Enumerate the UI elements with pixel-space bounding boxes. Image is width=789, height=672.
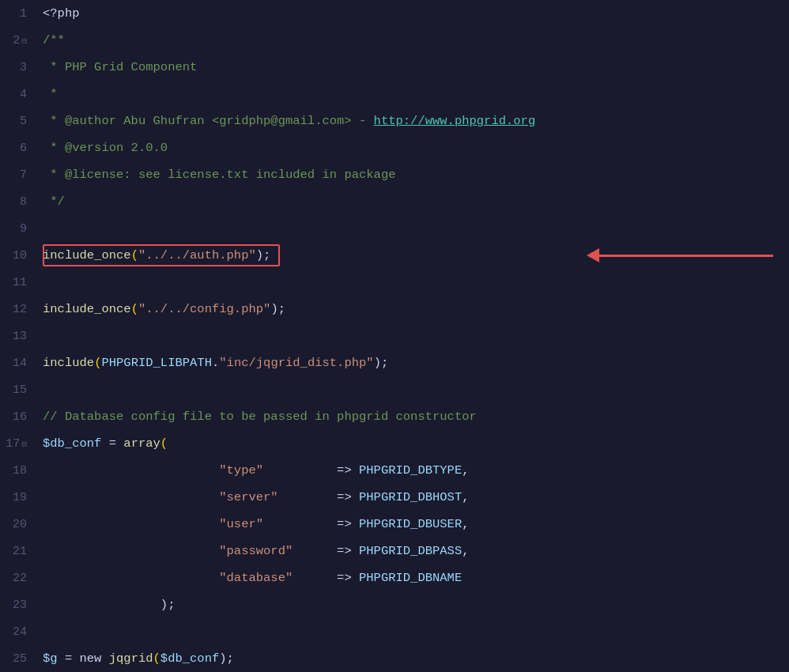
line-number: 25: [0, 652, 38, 666]
line-number: 17⊟: [0, 437, 38, 451]
code-line-2: 2⊟/**: [0, 27, 789, 54]
line-number: 11: [0, 276, 38, 289]
code-line-7: 7 * @license: see license.txt included i…: [0, 161, 789, 188]
line-content: "database" => PHPGRID_DBNAME: [38, 571, 789, 585]
line-content: [38, 275, 789, 289]
line-content: include(PHPGRID_LIBPATH."inc/jqgrid_dist…: [38, 356, 789, 370]
line-number: 8: [0, 195, 38, 209]
code-line-23: 23 );: [0, 591, 789, 618]
line-number: 15: [0, 383, 38, 397]
line-content: [38, 383, 789, 397]
code-line-18: 18 "type" => PHPGRID_DBTYPE,: [0, 457, 789, 484]
arrow-line: [599, 255, 773, 257]
line-content: * @version 2.0.0: [38, 141, 789, 155]
line-content: [38, 329, 789, 343]
line-content: /**: [38, 33, 789, 47]
code-line-12: 12include_once("../../config.php");: [0, 296, 789, 323]
code-line-5: 5 * @author Abu Ghufran <gridphp@gmail.c…: [0, 108, 789, 134]
line-number: 18: [0, 464, 38, 478]
line-number: 9: [0, 222, 38, 236]
line-number: 4: [0, 88, 38, 101]
line-content: * @author Abu Ghufran <gridphp@gmail.com…: [38, 114, 789, 128]
line-content: include_once("../../config.php");: [38, 302, 789, 316]
line-number: 22: [0, 572, 38, 585]
code-line-1: 1<?php: [0, 0, 789, 27]
line-number: 6: [0, 142, 38, 155]
code-line-16: 16// Database config file to be passed i…: [0, 403, 789, 430]
code-line-19: 19 "server" => PHPGRID_DBHOST,: [0, 484, 789, 511]
line-number: 5: [0, 115, 38, 128]
line-number: 1: [0, 7, 38, 21]
line-content: * PHP Grid Component: [38, 60, 789, 74]
line-content: */: [38, 194, 789, 209]
line-number: 12: [0, 303, 38, 316]
code-line-25: 25$g = new jqgrid($db_conf);: [0, 645, 789, 672]
code-editor: 1<?php2⊟/**3 * PHP Grid Component4 *5 * …: [0, 0, 789, 672]
line-content: $g = new jqgrid($db_conf);: [38, 651, 789, 666]
line-number: 16: [0, 410, 38, 424]
line-number: 24: [0, 625, 38, 639]
line-content: <?php: [38, 6, 789, 21]
line-content: * @license: see license.txt included in …: [38, 168, 789, 182]
code-line-24: 24: [0, 618, 789, 645]
line-content: $db_conf = array(: [38, 436, 789, 451]
line-content: "type" => PHPGRID_DBTYPE,: [38, 463, 789, 478]
line-number: 23: [0, 598, 38, 612]
code-container: 1<?php2⊟/**3 * PHP Grid Component4 *5 * …: [0, 0, 789, 672]
code-line-8: 8 */: [0, 188, 789, 215]
code-line-15: 15: [0, 376, 789, 403]
line-content: *: [38, 87, 789, 101]
line-number: 3: [0, 61, 38, 74]
line-number: 21: [0, 545, 38, 558]
code-line-22: 22 "database" => PHPGRID_DBNAME: [0, 564, 789, 591]
line-number: 14: [0, 357, 38, 370]
line-number: 7: [0, 168, 38, 182]
arrow-head-icon: [587, 248, 599, 262]
line-content: "server" => PHPGRID_DBHOST,: [38, 490, 789, 504]
code-line-14: 14include(PHPGRID_LIBPATH."inc/jqgrid_di…: [0, 349, 789, 376]
code-line-21: 21 "password" => PHPGRID_DBPASS,: [0, 538, 789, 564]
code-line-4: 4 *: [0, 81, 789, 108]
code-line-20: 20 "user" => PHPGRID_DBUSER,: [0, 511, 789, 538]
code-line-9: 9: [0, 215, 789, 242]
code-line-10: 10include_once("../../auth.php");: [0, 242, 789, 269]
line-number: 2⊟: [0, 34, 38, 47]
code-line-11: 11: [0, 269, 789, 296]
code-line-17: 17⊟$db_conf = array(: [0, 430, 789, 457]
code-line-3: 3 * PHP Grid Component: [0, 54, 789, 81]
code-line-6: 6 * @version 2.0.0: [0, 134, 789, 161]
line-content: // Database config file to be passed in …: [38, 410, 789, 424]
line-number: 13: [0, 330, 38, 343]
line-content: );: [38, 598, 789, 612]
line-number: 20: [0, 518, 38, 531]
line-content: [38, 221, 789, 236]
line-content: "user" => PHPGRID_DBUSER,: [38, 517, 789, 531]
line-content: "password" => PHPGRID_DBPASS,: [38, 544, 789, 558]
code-line-13: 13: [0, 323, 789, 349]
line-number: 10: [0, 249, 38, 262]
line-content: [38, 625, 789, 639]
line-number: 19: [0, 491, 38, 504]
arrow-annotation: [587, 248, 773, 262]
